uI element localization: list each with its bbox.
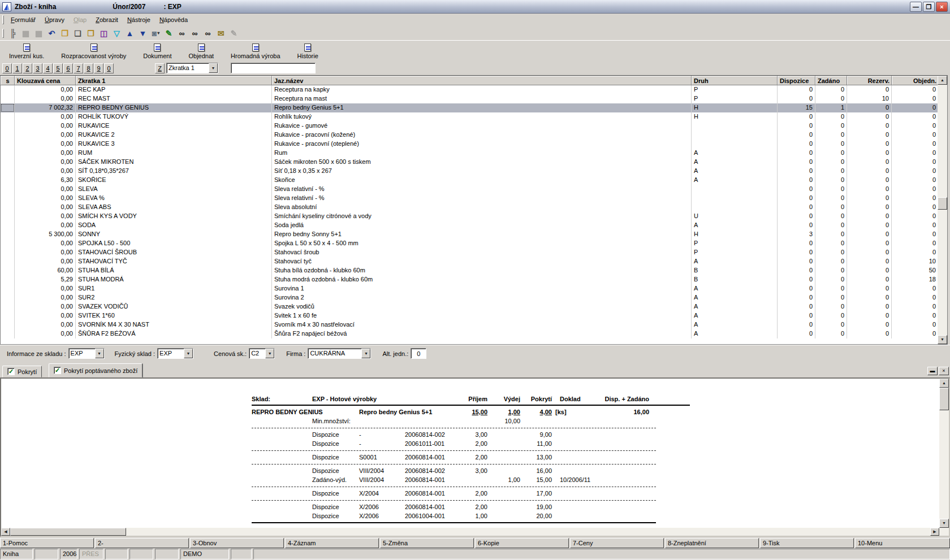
- scroll-left-icon[interactable]: ◀: [1, 528, 10, 536]
- digit-filter-button-9[interactable]: 9: [94, 63, 103, 73]
- chevron-down-icon[interactable]: ▼: [265, 349, 274, 358]
- column-header-jaz-nazev[interactable]: Jaz.název: [272, 76, 692, 85]
- chevron-down-icon[interactable]: ▼: [95, 349, 104, 358]
- table-row[interactable]: 7 002,32REPRO BEDNY GENIUSRepro bedny Ge…: [1, 103, 947, 112]
- digit-filter-button-4[interactable]: 4: [43, 63, 53, 73]
- alt-jedn-input[interactable]: [411, 348, 426, 359]
- table-row[interactable]: 0,00RUKAVICERukavice - gumové0000: [1, 121, 947, 131]
- toolbar-grip[interactable]: [2, 29, 4, 38]
- digit-filter-button-7[interactable]: 7: [74, 63, 83, 73]
- rozpracovanost-vyroby-button[interactable]: Rozpracovanost výroby: [61, 44, 126, 59]
- table-row[interactable]: 60,00STUHA BÍLÁStuha bílá ozdobná - klub…: [1, 266, 947, 275]
- scroll-down-icon[interactable]: ▼: [938, 335, 947, 344]
- report-vertical-scrollbar[interactable]: ▲ ▼: [939, 379, 949, 536]
- column-header-klouzava-cena[interactable]: Klouzavá cena: [15, 76, 76, 85]
- fkey-3-obnov[interactable]: 3-Obnov: [190, 538, 284, 548]
- table-row[interactable]: 0,00SUR2Surovina 2A0000: [1, 293, 947, 302]
- table-vertical-scrollbar[interactable]: ▲ ▼: [938, 76, 947, 344]
- cenova-sk-combo[interactable]: C2▼: [249, 348, 275, 359]
- table-row[interactable]: 5,29STUHA MODRÁStuha modrá ozdobná - klu…: [1, 275, 947, 284]
- column-header-zadano[interactable]: Zadáno: [815, 76, 847, 85]
- table-row[interactable]: 0,00RUKAVICE 2Rukavice - pracovní (kožen…: [1, 131, 947, 140]
- pokryti-checkbox[interactable]: ✓: [7, 368, 15, 375]
- scrollbar-thumb[interactable]: [938, 197, 947, 210]
- scroll-down-icon[interactable]: ▼: [939, 519, 949, 528]
- minimize-button[interactable]: —: [910, 2, 922, 12]
- book-icon-button[interactable]: ◫: [97, 27, 110, 39]
- historie-button[interactable]: Historie: [297, 44, 318, 59]
- table-row[interactable]: 6,30SKOŘICESkořiceA0000: [1, 176, 947, 185]
- tab-pokryti[interactable]: ✓Pokrytí: [2, 366, 42, 377]
- fkey-5-zmena[interactable]: 5-Změna: [380, 538, 474, 548]
- toolbar-grip[interactable]: [2, 15, 4, 24]
- digit-filter-button-8[interactable]: 8: [84, 63, 93, 73]
- table-row[interactable]: 0,00SÁČEK MIKROTENSáček mikroten 500 x 6…: [1, 158, 947, 167]
- maximize-button[interactable]: ❐: [923, 2, 935, 12]
- search-field-selector[interactable]: Zkratka 1 ▼: [166, 63, 218, 73]
- tab-pokryti-poptavaneho-zbozi[interactable]: ✓Pokrytí poptávaného zboží: [49, 363, 142, 377]
- fkey-2[interactable]: 2-: [95, 538, 189, 548]
- fkey-4-zaznam[interactable]: 4-Záznam: [285, 538, 379, 548]
- digit-filter-button-2[interactable]: 2: [23, 63, 32, 73]
- hromadna-vyroba-button[interactable]: Hromadná výroba: [231, 44, 280, 59]
- panel-minimize-button[interactable]: ▬: [927, 367, 938, 375]
- digit-filter-button-10[interactable]: 0: [104, 63, 114, 73]
- table-row[interactable]: 0,00SVORNÍK M4 X 30 NASTSvorník m4 x 30 …: [1, 320, 947, 329]
- digit-filter-button-5[interactable]: 5: [53, 63, 63, 73]
- search-input[interactable]: [231, 63, 316, 73]
- column-header-druh[interactable]: Druh: [692, 76, 778, 85]
- fkey-8-zneplatneni[interactable]: 8-Zneplatnění: [665, 538, 759, 548]
- find-prev-icon-button[interactable]: ∞: [201, 27, 214, 39]
- table-row[interactable]: 0,00SVAZEK VODIČŮSvazek vodičůA0000: [1, 302, 947, 311]
- fkey-6-kopie[interactable]: 6-Kopie: [475, 538, 569, 548]
- column-header-zkratka-1[interactable]: Zkratka 1: [76, 76, 272, 85]
- table-row[interactable]: 0,00REC MASTReceptura na mastP00100: [1, 94, 947, 103]
- fkey-10-menu[interactable]: 10-Menu: [855, 538, 950, 548]
- table-row[interactable]: 0,00RUMRumA0000: [1, 149, 947, 158]
- table-row[interactable]: 0,00ROHLÍK TUKOVÝRohlík tukovýH0000: [1, 112, 947, 121]
- report-horizontal-scrollbar[interactable]: ◀ ▶: [1, 528, 939, 536]
- informace-ze-skladu-combo[interactable]: EXP▼: [68, 348, 105, 359]
- fkey-7-ceny[interactable]: 7-Ceny: [570, 538, 664, 548]
- chevron-down-icon[interactable]: ▼: [209, 63, 218, 73]
- panel-close-button[interactable]: ×: [939, 367, 949, 375]
- digit-filter-button-1[interactable]: 1: [12, 63, 22, 73]
- table-row[interactable]: 0,00SMÍCH KYS A VODYSmíchání kyseliny ci…: [1, 212, 947, 221]
- table-row[interactable]: 0,00SLEVA ABSSleva absolutní0000: [1, 203, 947, 212]
- undo-icon-button[interactable]: ↶: [45, 27, 58, 39]
- close-button[interactable]: ×: [936, 2, 948, 12]
- chevron-down-icon[interactable]: ▾: [157, 31, 159, 36]
- digit-filter-button-3[interactable]: 3: [33, 63, 42, 73]
- column-header-s[interactable]: s: [1, 76, 15, 85]
- snapshot-icon-button[interactable]: ◙▾: [149, 27, 162, 39]
- tree-view-icon-button[interactable]: ╠: [6, 27, 19, 39]
- column-header-rezerv[interactable]: Rezerv.: [847, 76, 892, 85]
- scroll-up-icon[interactable]: ▲: [938, 76, 947, 85]
- table-row[interactable]: 0,00SODASoda jedláA0000: [1, 221, 947, 230]
- scroll-right-icon[interactable]: ▶: [930, 528, 939, 536]
- table-row[interactable]: 0,00STAHOVACÍ ŠROUBStahovací šroubP0000: [1, 248, 947, 257]
- fkey-1-pomoc[interactable]: 1-Pomoc: [0, 538, 94, 548]
- table-row[interactable]: 5 300,00SONNYRepro bedny Sonny 5+1H3000: [1, 230, 947, 239]
- inverzni-kus-button[interactable]: Inverzní kus.: [9, 44, 44, 59]
- chevron-down-icon[interactable]: ▼: [361, 349, 370, 358]
- excel-export-icon-button[interactable]: ✎: [162, 27, 175, 39]
- dokument-button[interactable]: Dokument: [143, 44, 171, 59]
- menu-nastroje[interactable]: Nástroje: [123, 15, 155, 25]
- firma-combo[interactable]: CUKRÁRNA▼: [308, 348, 371, 359]
- mail-icon-button[interactable]: ✉: [214, 27, 227, 39]
- pokryti-poptavaneho-zbozi-checkbox[interactable]: ✓: [54, 367, 61, 374]
- table-row[interactable]: 0,00RUKAVICE 3Rukavice - pracovní (otepl…: [1, 140, 947, 149]
- menu-zobrazit[interactable]: Zobrazit: [91, 15, 123, 25]
- table-row[interactable]: 0,00REC KAPReceptura na kapkyP0000: [1, 85, 947, 94]
- table-row[interactable]: 0,00SÍŤ 0,18*0,35*267Síť 0,18 x 0,35 x 2…: [1, 167, 947, 176]
- digit-filter-button-0[interactable]: 0: [2, 63, 12, 73]
- filter-icon-button[interactable]: ▽: [110, 27, 123, 39]
- scroll-up-icon[interactable]: ▲: [939, 379, 949, 388]
- chevron-down-icon[interactable]: ▼: [184, 349, 193, 358]
- digit-filter-button-6[interactable]: 6: [63, 63, 73, 73]
- column-header-objedn[interactable]: Objedn.: [892, 76, 939, 85]
- table-row[interactable]: 0,00SLEVA %Sleva relativní - %0000: [1, 194, 947, 203]
- scrollbar-thumb[interactable]: [10, 528, 126, 536]
- table-row[interactable]: 0,00SUR1Surovina 1A0000: [1, 284, 947, 293]
